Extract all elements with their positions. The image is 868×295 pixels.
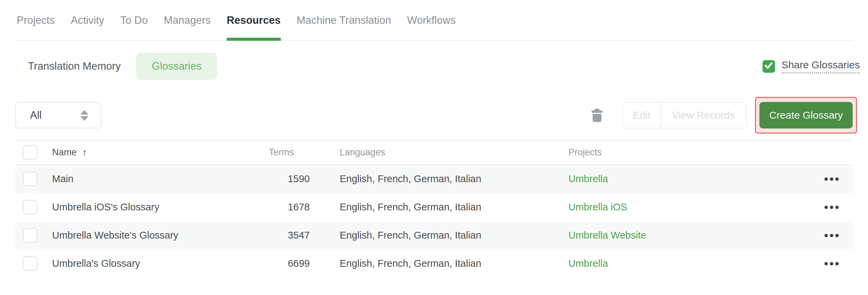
row-menu-icon[interactable]: [823, 230, 840, 241]
project-link[interactable]: Umbrella: [568, 173, 810, 185]
resources-subtabs: Translation Memory Glossaries Share Glos…: [15, 53, 860, 80]
project-link[interactable]: Umbrella: [568, 258, 810, 269]
tab-translation-memory[interactable]: Translation Memory: [28, 60, 121, 72]
nav-tab-resources[interactable]: Resources: [227, 14, 281, 40]
project-link[interactable]: Umbrella Website: [568, 230, 810, 241]
row-checkbox[interactable]: [23, 256, 37, 271]
annotation-highlight: Create Glossary: [755, 97, 857, 134]
glossary-languages: English, French, German, Italian: [310, 173, 568, 185]
table-row: Umbrella iOS's Glossary 1678 English, Fr…: [15, 193, 853, 221]
row-checkbox[interactable]: [23, 200, 37, 214]
table-row: Umbrella's Glossary 6699 English, French…: [15, 249, 853, 278]
glossary-terms-count: 1678: [269, 202, 310, 213]
table-row: Umbrella Website's Glossary 3547 English…: [15, 221, 853, 249]
glossary-languages: English, French, German, Italian: [310, 258, 568, 269]
glossary-name: Umbrella iOS's Glossary: [52, 202, 269, 213]
glossary-name: Umbrella Website's Glossary: [52, 230, 269, 241]
filter-selected-value: All: [30, 109, 42, 121]
nav-tab-managers[interactable]: Managers: [164, 14, 211, 40]
project-link[interactable]: Umbrella iOS: [568, 202, 810, 213]
glossary-languages: English, French, German, Italian: [310, 202, 568, 213]
nav-tab-activity[interactable]: Activity: [71, 14, 104, 40]
glossary-terms-count: 1590: [269, 173, 310, 185]
column-header-projects[interactable]: Projects: [568, 147, 810, 158]
glossary-name: Umbrella's Glossary: [52, 258, 269, 269]
table-header-row: Name ↑ Terms Languages Projects: [15, 140, 853, 165]
main-navigation: Projects Activity To Do Managers Resourc…: [15, 0, 853, 41]
row-menu-icon[interactable]: [823, 202, 840, 212]
share-glossaries-control: Share Glossaries: [762, 59, 860, 73]
select-all-checkbox[interactable]: [23, 145, 37, 160]
nav-tab-machine-translation[interactable]: Machine Translation: [297, 14, 391, 40]
trash-icon: [592, 109, 602, 122]
delete-button[interactable]: [591, 109, 603, 122]
edit-view-button-group: Edit View Records: [622, 102, 746, 128]
glossary-languages: English, French, German, Italian: [310, 230, 568, 241]
glossary-toolbar: All Edit View Records Create Glossary: [15, 102, 853, 128]
row-checkbox[interactable]: [23, 228, 37, 243]
glossaries-table: Name ↑ Terms Languages Projects Main 159…: [15, 140, 853, 278]
share-glossaries-label[interactable]: Share Glossaries: [782, 59, 860, 73]
view-records-button[interactable]: View Records: [661, 103, 746, 128]
edit-button[interactable]: Edit: [623, 103, 661, 128]
nav-tab-projects[interactable]: Projects: [17, 14, 55, 40]
sort-ascending-icon: ↑: [82, 148, 87, 158]
glossary-filter-dropdown[interactable]: All: [15, 102, 101, 128]
glossary-terms-count: 3547: [269, 230, 310, 241]
column-header-terms[interactable]: Terms: [269, 147, 310, 158]
nav-tab-todo[interactable]: To Do: [120, 14, 148, 40]
row-menu-icon[interactable]: [823, 259, 840, 269]
column-header-name[interactable]: Name ↑: [52, 147, 269, 158]
table-row: Main 1590 English, French, German, Itali…: [15, 165, 853, 193]
row-menu-icon[interactable]: [823, 174, 840, 184]
glossary-terms-count: 6699: [269, 258, 310, 269]
table-body: Main 1590 English, French, German, Itali…: [15, 165, 853, 278]
row-checkbox[interactable]: [23, 172, 37, 186]
column-header-languages[interactable]: Languages: [310, 147, 568, 158]
share-glossaries-checkbox[interactable]: [762, 60, 775, 73]
create-glossary-button[interactable]: Create Glossary: [759, 102, 853, 128]
tab-glossaries[interactable]: Glossaries: [136, 53, 217, 80]
checkmark-icon: [765, 62, 773, 70]
glossary-name: Main: [52, 173, 269, 185]
nav-tab-workflows[interactable]: Workflows: [407, 14, 455, 40]
select-arrows-icon: [80, 110, 89, 121]
